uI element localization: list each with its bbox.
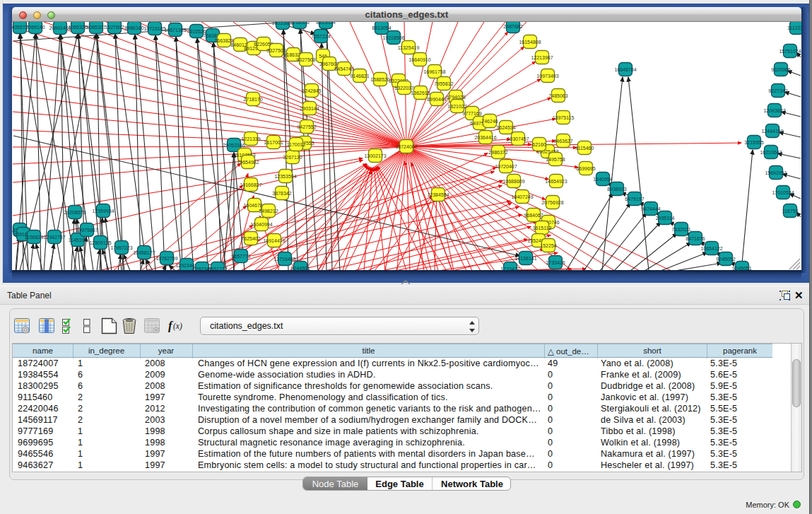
svg-text:16914479: 16914479 [263, 238, 285, 243]
svg-text:8813054: 8813054 [372, 25, 391, 30]
svg-text:16640910: 16640910 [408, 57, 430, 62]
svg-text:12444159: 12444159 [761, 129, 783, 134]
svg-text:(x): (x) [173, 322, 182, 331]
svg-text:7485063: 7485063 [548, 93, 567, 98]
svg-text:9244501: 9244501 [290, 266, 310, 271]
svg-text:15751074: 15751074 [779, 49, 801, 54]
svg-text:19975867: 19975867 [76, 228, 98, 233]
svg-text:12353594: 12353594 [274, 174, 296, 179]
svg-text:1733427: 1733427 [500, 267, 519, 271]
svg-text:9327508: 9327508 [296, 57, 315, 62]
svg-text:2903144: 2903144 [300, 106, 319, 111]
svg-text:10958177: 10958177 [133, 250, 155, 255]
svg-text:1221339: 1221339 [241, 136, 260, 141]
svg-text:29053346: 29053346 [223, 143, 245, 148]
svg-text:9245051: 9245051 [732, 266, 751, 271]
svg-text:2986372: 2986372 [488, 150, 507, 155]
svg-text:18724007: 18724007 [395, 144, 417, 149]
svg-text:13002173: 13002173 [364, 153, 386, 158]
svg-text:9777169: 9777169 [462, 111, 481, 116]
svg-text:9329966: 9329966 [771, 67, 790, 72]
svg-text:1640954: 1640954 [593, 177, 612, 182]
svg-text:6479197: 6479197 [625, 197, 644, 201]
svg-text:7955812: 7955812 [434, 81, 453, 86]
svg-text:7357224: 7357224 [311, 34, 330, 39]
svg-text:16961758: 16961758 [423, 69, 445, 74]
svg-text:13716485: 13716485 [273, 257, 295, 262]
svg-text:9218306: 9218306 [290, 22, 309, 25]
svg-text:8990444: 8990444 [427, 97, 446, 102]
svg-text:1362615: 1362615 [411, 90, 430, 95]
svg-text:19218506: 19218506 [382, 35, 404, 40]
svg-text:1065327: 1065327 [86, 25, 105, 30]
svg-text:2718170: 2718170 [243, 97, 262, 102]
svg-text:1322037: 1322037 [394, 86, 413, 90]
svg-text:1112233: 1112233 [787, 25, 801, 30]
svg-text:1527602: 1527602 [105, 25, 124, 30]
svg-text:1821022: 1821022 [447, 104, 466, 109]
svg-text:14654923: 14654923 [545, 179, 567, 184]
svg-text:12342757: 12342757 [43, 235, 65, 240]
svg-text:1145193: 1145193 [69, 238, 88, 243]
svg-text:9657772: 9657772 [208, 267, 227, 271]
svg-text:746246: 746246 [481, 119, 498, 124]
svg-text:16648784: 16648784 [614, 67, 636, 72]
svg-text:3498212: 3498212 [259, 209, 278, 214]
svg-text:7632021: 7632021 [671, 227, 690, 232]
svg-text:10719185: 10719185 [143, 26, 165, 31]
svg-text:1617001: 1617001 [264, 140, 283, 145]
svg-text:62160: 62160 [532, 142, 546, 147]
svg-text:12093827: 12093827 [763, 108, 785, 113]
svg-text:20756928: 20756928 [541, 200, 563, 205]
svg-text:9463627: 9463627 [553, 139, 572, 144]
svg-text:1588520: 1588520 [370, 77, 389, 82]
svg-text:10671385: 10671385 [164, 28, 186, 33]
svg-text:8813054: 8813054 [316, 22, 335, 25]
svg-text:3624534: 3624534 [496, 125, 515, 130]
svg-text:10973493: 10973493 [536, 74, 558, 78]
svg-text:19166827: 19166827 [240, 182, 261, 187]
svg-text:10720407: 10720407 [495, 164, 517, 169]
svg-text:12384554: 12384554 [427, 192, 449, 197]
svg-text:8471676: 8471676 [686, 236, 705, 241]
svg-text:8938923: 8938923 [607, 187, 626, 192]
svg-text:10688609: 10688609 [502, 179, 524, 184]
svg-text:3267130: 3267130 [283, 155, 302, 160]
svg-text:14136141: 14136141 [514, 256, 536, 261]
svg-text:8466160: 8466160 [124, 25, 143, 30]
svg-text:9684067: 9684067 [524, 213, 543, 218]
svg-text:9227342: 9227342 [768, 88, 787, 93]
svg-text:116753: 116753 [782, 209, 799, 214]
svg-text:13975115: 13975115 [553, 115, 575, 120]
svg-text:2967608: 2967608 [319, 62, 339, 66]
svg-text:1065326: 1065326 [68, 25, 87, 30]
svg-text:2487682: 2487682 [503, 24, 522, 29]
svg-text:1615112: 1615112 [533, 226, 552, 230]
svg-text:152254: 152254 [540, 243, 556, 248]
svg-text:6699695: 6699695 [576, 166, 595, 171]
svg-text:9115460: 9115460 [575, 146, 594, 151]
svg-text:1170012: 1170012 [287, 142, 306, 147]
svg-text:15692951: 15692951 [765, 170, 787, 175]
svg-text:9427552: 9427552 [297, 124, 316, 129]
svg-text:1733426: 1733426 [546, 260, 565, 265]
svg-text:16210643: 16210643 [760, 150, 782, 155]
svg-text:17359934: 17359934 [92, 209, 114, 214]
svg-text:20364416: 20364416 [474, 135, 496, 140]
svg-text:8454749: 8454749 [334, 66, 353, 71]
svg-text:12505135: 12505135 [89, 240, 111, 245]
svg-text:9146821: 9146821 [350, 74, 369, 78]
svg-text:2935114: 2935114 [656, 216, 675, 221]
svg-text:16154808: 16154808 [519, 40, 541, 45]
svg-text:10654122: 10654122 [700, 246, 722, 251]
svg-text:17957223: 17957223 [110, 245, 132, 250]
svg-text:9245052: 9245052 [716, 257, 735, 262]
svg-text:9657771: 9657771 [231, 254, 250, 259]
svg-text:11325419: 11325419 [398, 45, 420, 50]
svg-text:7625402: 7625402 [241, 236, 260, 241]
svg-text:17010534: 17010534 [772, 190, 794, 195]
svg-text:10307457: 10307457 [507, 136, 529, 141]
svg-text:1495758: 1495758 [546, 157, 565, 162]
svg-text:16040994: 16040994 [250, 222, 272, 227]
svg-text:9474444: 9474444 [641, 206, 660, 211]
